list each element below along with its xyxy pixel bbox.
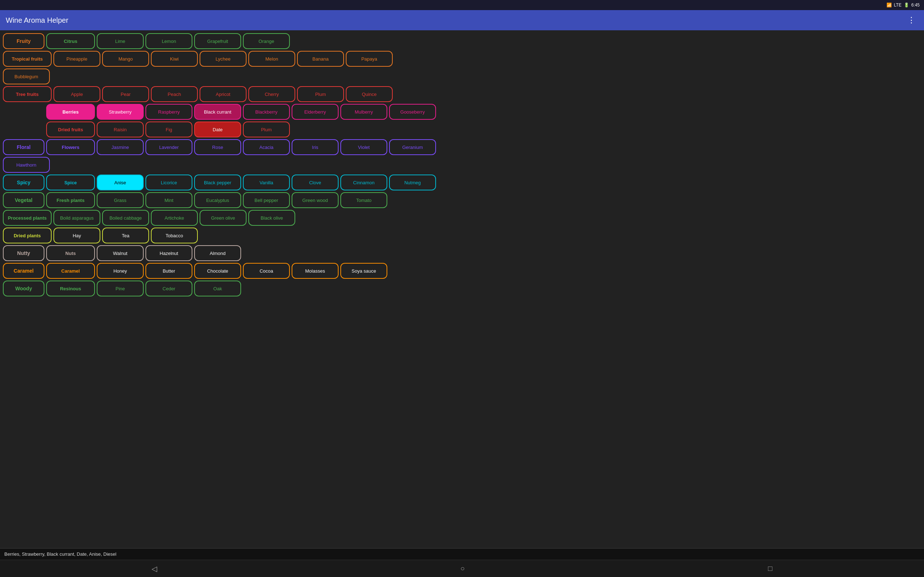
item-vanilla[interactable]: Vanilla xyxy=(243,174,290,190)
item-acacia[interactable]: Acacia xyxy=(243,139,290,155)
item-soyasauce[interactable]: Soya sauce xyxy=(340,263,387,279)
item-rose[interactable]: Rose xyxy=(194,139,241,155)
item-hay[interactable]: Hay xyxy=(53,227,100,243)
item-plum-dried[interactable]: Plum xyxy=(243,121,290,137)
item-oak[interactable]: Oak xyxy=(194,280,241,297)
menu-button[interactable]: ⋮ xyxy=(905,14,918,26)
item-raspberry[interactable]: Raspberry xyxy=(145,104,192,120)
sub-treefruits[interactable]: Tree fruits xyxy=(3,86,52,102)
item-apricot[interactable]: Apricot xyxy=(200,86,247,102)
item-nutmeg[interactable]: Nutmeg xyxy=(389,174,436,190)
main-nutty[interactable]: Nutty xyxy=(3,245,44,261)
item-mint[interactable]: Mint xyxy=(145,192,192,208)
main-spicy[interactable]: Spicy xyxy=(3,174,44,190)
sub-flowers[interactable]: Flowers xyxy=(46,139,95,155)
item-apple[interactable]: Apple xyxy=(53,86,100,102)
sub-resinous[interactable]: Resinous xyxy=(46,280,95,297)
item-violet[interactable]: Violet xyxy=(340,139,387,155)
item-lychee[interactable]: Lychee xyxy=(200,51,247,67)
item-cinnamon[interactable]: Cinnamon xyxy=(340,174,387,190)
item-butter[interactable]: Butter xyxy=(145,263,192,279)
flowers-row2: Hawthorn xyxy=(3,157,921,173)
main-fruity[interactable]: Fruity xyxy=(3,33,44,49)
item-fig[interactable]: Fig xyxy=(145,121,192,137)
recent-button[interactable]: □ xyxy=(761,561,780,575)
item-anise[interactable]: Anise xyxy=(97,174,144,190)
selection-bar: Berries, Strawberry, Black currant, Date… xyxy=(0,548,924,560)
item-mulberry[interactable]: Mulberry xyxy=(340,104,387,120)
item-lavender[interactable]: Lavender xyxy=(145,139,192,155)
item-ceder[interactable]: Ceder xyxy=(145,280,192,297)
item-bellpepper[interactable]: Bell pepper xyxy=(243,192,290,208)
sub-driedplants[interactable]: Dried plants xyxy=(3,227,52,243)
main-woody[interactable]: Woody xyxy=(3,280,44,297)
item-cabbage[interactable]: Boiled cabbage xyxy=(102,210,149,226)
item-artichoke[interactable]: Artichoke xyxy=(151,210,198,226)
item-blackolive[interactable]: Black olive xyxy=(248,210,295,226)
item-papaya[interactable]: Papaya xyxy=(346,51,393,67)
item-mango[interactable]: Mango xyxy=(102,51,149,67)
item-cherry[interactable]: Cherry xyxy=(248,86,295,102)
home-button[interactable]: ○ xyxy=(453,561,472,575)
sub-nuts[interactable]: Nuts xyxy=(46,245,95,261)
item-honey[interactable]: Honey xyxy=(97,263,144,279)
item-molasses[interactable]: Molasses xyxy=(292,263,339,279)
item-quince[interactable]: Quince xyxy=(346,86,393,102)
item-lime[interactable]: Lime xyxy=(97,33,144,49)
sub-driedfruits[interactable]: Dried fruits xyxy=(46,121,95,137)
item-plum-tree[interactable]: Plum xyxy=(297,86,344,102)
item-hawthorn[interactable]: Hawthorn xyxy=(3,157,50,173)
item-gooseberry[interactable]: Gooseberry xyxy=(389,104,436,120)
item-tea[interactable]: Tea xyxy=(102,227,149,243)
item-greenolive[interactable]: Green olive xyxy=(200,210,247,226)
lte-indicator: LTE xyxy=(894,3,901,8)
item-pear[interactable]: Pear xyxy=(102,86,149,102)
item-peach[interactable]: Peach xyxy=(151,86,198,102)
item-blackcurrant[interactable]: Black currant xyxy=(194,104,241,120)
item-licorice[interactable]: Licorice xyxy=(145,174,192,190)
sub-citrus[interactable]: Citrus xyxy=(46,33,95,49)
item-asparagus[interactable]: Boild asparagus xyxy=(53,210,100,226)
sub-berries[interactable]: Berries xyxy=(46,104,95,120)
flowers-row1: Floral Flowers Jasmine Lavender Rose Aca… xyxy=(3,139,921,155)
item-blackberry[interactable]: Blackberry xyxy=(243,104,290,120)
item-strawberry[interactable]: Strawberry xyxy=(97,104,144,120)
item-melon[interactable]: Melon xyxy=(248,51,295,67)
sub-caramel[interactable]: Caramel xyxy=(46,263,95,279)
sub-spice[interactable]: Spice xyxy=(46,174,95,190)
item-grass[interactable]: Grass xyxy=(97,192,144,208)
item-grapefruit[interactable]: Grapefruit xyxy=(194,33,241,49)
item-hazelnut[interactable]: Hazelnut xyxy=(145,245,192,261)
item-almond[interactable]: Almond xyxy=(194,245,241,261)
item-blackpepper[interactable]: Black pepper xyxy=(194,174,241,190)
sub-freshplants[interactable]: Fresh plants xyxy=(46,192,95,208)
item-geranium[interactable]: Geranium xyxy=(389,139,436,155)
item-walnut[interactable]: Walnut xyxy=(97,245,144,261)
item-banana[interactable]: Banana xyxy=(297,51,344,67)
item-tobacco[interactable]: Tobacco xyxy=(151,227,198,243)
item-tomato[interactable]: Tomato xyxy=(340,192,387,208)
item-pineapple[interactable]: Pineapple xyxy=(53,51,100,67)
main-caramel[interactable]: Caramel xyxy=(3,263,44,279)
item-bubblegum[interactable]: Bubblegum xyxy=(3,69,50,84)
treefruits-row: Tree fruits Apple Pear Peach Apricot Che… xyxy=(3,86,921,102)
item-elderberry[interactable]: Elderberry xyxy=(292,104,339,120)
item-kiwi[interactable]: Kiwi xyxy=(151,51,198,67)
sub-tropical[interactable]: Tropical fruits xyxy=(3,51,52,67)
item-cocoa[interactable]: Cocoa xyxy=(243,263,290,279)
sub-processedplants[interactable]: Processed plants xyxy=(3,210,52,226)
item-chocolate[interactable]: Chocolate xyxy=(194,263,241,279)
item-jasmine[interactable]: Jasmine xyxy=(97,139,144,155)
item-eucalyptus[interactable]: Eucalyptus xyxy=(194,192,241,208)
back-button[interactable]: ◁ xyxy=(144,561,164,576)
main-vegetal[interactable]: Vegetal xyxy=(3,192,44,208)
item-iris[interactable]: Iris xyxy=(292,139,339,155)
item-clove[interactable]: Clove xyxy=(292,174,339,190)
main-floral[interactable]: Floral xyxy=(3,139,44,155)
item-greenwood[interactable]: Green wood xyxy=(292,192,339,208)
item-raisin[interactable]: Raisin xyxy=(97,121,144,137)
item-orange[interactable]: Orange xyxy=(243,33,290,49)
item-pine[interactable]: Pine xyxy=(97,280,144,297)
item-date[interactable]: Date xyxy=(194,121,241,137)
item-lemon[interactable]: Lemon xyxy=(145,33,192,49)
